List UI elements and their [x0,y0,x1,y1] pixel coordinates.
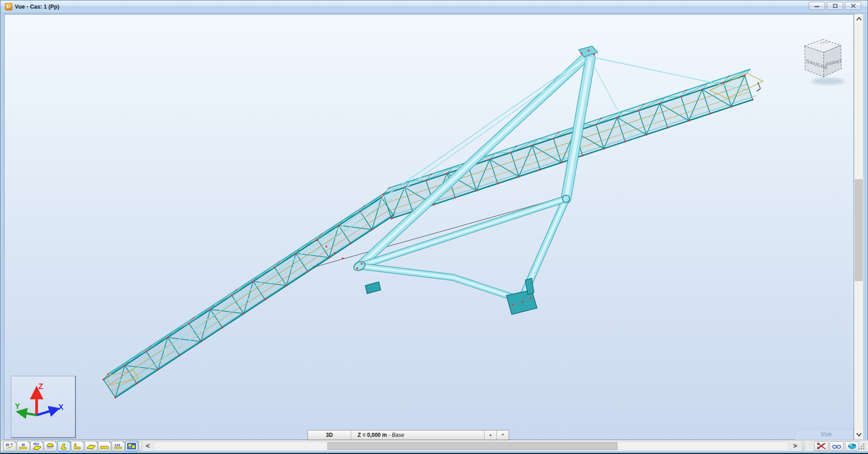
bottom-bar: n n M12 123 < > [1,440,868,451]
shaded-render-icon [847,443,857,450]
close-button[interactable] [845,2,861,10]
axis-z-label: Z [38,382,43,391]
level-name: Base [392,432,404,438]
scissors-cut-icon [816,442,826,450]
level-down-button[interactable]: ▼ [496,431,509,440]
close-icon [851,4,856,8]
view-tab[interactable]: Vue [795,429,854,440]
axis-y-arrow [21,412,37,415]
section-names-button[interactable]: M12 [30,441,43,451]
svg-text:123: 123 [114,443,120,447]
title-bar[interactable]: R Vue - Cas: 1 (Pp) [0,0,868,13]
window-controls [809,2,861,10]
scroll-up-button[interactable] [854,14,863,23]
scroll-down-button[interactable] [854,430,863,439]
svg-text:n: n [22,442,25,447]
axis-x-label: X [58,403,64,412]
node-numbers-button[interactable]: n [3,441,16,451]
structure-model-canvas[interactable] [5,14,854,440]
chevron-up-icon [856,17,862,21]
scroll-right-button[interactable]: > [790,441,800,451]
panels-button[interactable] [85,441,98,451]
chevron-down-icon [856,432,862,437]
thickness-button[interactable] [98,441,111,451]
viewcube-shadow [812,78,844,85]
clip-planes-off-button[interactable] [814,441,828,451]
resize-grip-icon [858,442,865,449]
svg-text:n: n [6,442,9,447]
viewport-3d[interactable]: HAUT GAUCHE AVANT Z X [4,14,854,440]
display-options-button[interactable] [125,441,138,451]
supports-button[interactable] [44,441,57,451]
level-bar: 3D Z = 0,000 m - Base ▲ ▼ [307,430,509,440]
level-up-button[interactable]: ▲ [484,431,496,440]
axis-x-arrow [37,410,55,415]
view-glasses-button[interactable] [830,441,844,451]
shaded-view-button[interactable] [845,441,859,451]
view-mode-selector[interactable]: 3D [308,431,351,440]
horizontal-scroll-thumb[interactable] [327,442,618,450]
section-shape-button[interactable] [57,441,71,451]
glasses-icon [832,443,842,449]
minimize-icon [814,4,820,8]
restore-button[interactable] [827,2,843,10]
level-selector[interactable]: Z = 0,000 m - Base [351,431,484,440]
vertical-scrollbar[interactable] [854,14,863,440]
toolbar-separator-2[interactable] [802,441,804,451]
restore-icon [833,4,838,8]
axis-y-label: Y [15,402,20,411]
view-cube[interactable]: HAUT GAUCHE AVANT [797,35,851,89]
bar-numbers-button[interactable]: n [17,441,30,451]
minimize-button[interactable] [809,2,825,10]
robot-view-window: R Vue - Cas: 1 (Pp) [0,0,868,454]
svg-text:M12: M12 [33,442,39,445]
vertical-scroll-thumb[interactable] [855,179,863,281]
window-title: Vue - Cas: 1 (Pp) [15,4,59,10]
toolbar-separator[interactable] [139,441,142,451]
resize-grip[interactable] [858,442,865,449]
horizontal-scrollbar[interactable] [154,442,788,450]
attribute-numbers-button[interactable]: 123 [112,441,125,451]
robot-app-icon[interactable]: R [5,3,12,10]
axis-triad: Z X Y [11,376,76,438]
level-value: Z = 0,000 m [358,432,387,438]
local-axes-button[interactable] [71,441,84,451]
scroll-left-button[interactable]: < [143,441,153,451]
